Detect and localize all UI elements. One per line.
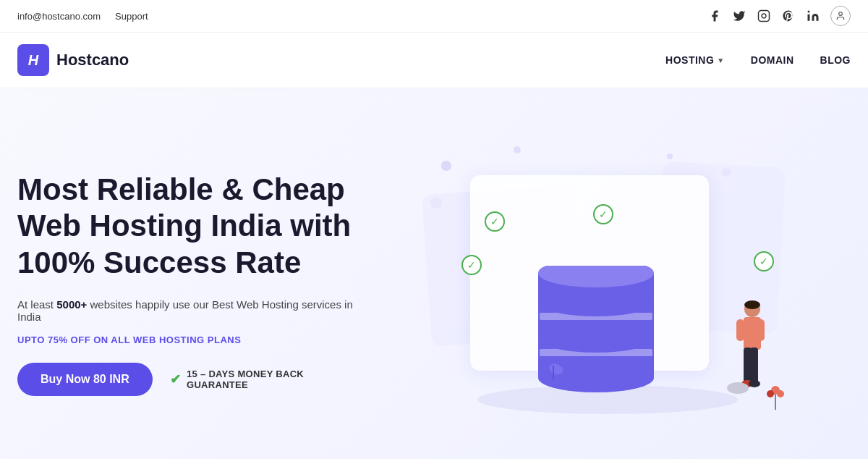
svg-point-3: [839, 12, 843, 16]
chevron-down-icon: ▼: [717, 56, 724, 64]
dot-decoration: [441, 161, 451, 171]
pinterest-icon[interactable]: [781, 9, 796, 23]
guarantee-badge: ✔ 15 – DAYS MONEY BACK GUARANTEE: [170, 369, 365, 390]
buy-now-button[interactable]: Buy Now 80 INR: [17, 363, 153, 396]
svg-point-2: [808, 11, 810, 13]
flower-decoration: [763, 384, 788, 414]
nav-blog[interactable]: BLOG: [820, 54, 851, 66]
nav-hosting[interactable]: HOSTING ▼: [665, 54, 725, 66]
subtitle-pre: At least: [17, 298, 56, 311]
twitter-icon[interactable]: [732, 9, 746, 23]
svg-point-19: [744, 300, 760, 309]
user-account-icon[interactable]: [830, 6, 851, 26]
hero-offer-link[interactable]: UPTO 75% OFF ON ALL WEB HOSTING PLANS: [17, 334, 365, 345]
subtitle-bold: 5000+: [56, 298, 87, 311]
svg-rect-21: [736, 319, 744, 341]
hero-illustration: ✓ ✓ ✓ ✓: [365, 132, 851, 436]
topbar-email[interactable]: info@hostcano.com: [17, 11, 101, 22]
linkedin-icon[interactable]: [806, 9, 820, 23]
facebook-icon[interactable]: [707, 9, 722, 23]
svg-rect-22: [757, 319, 765, 341]
svg-point-30: [777, 390, 784, 397]
checkmark-icon: ✔: [170, 371, 181, 387]
topbar-right: [707, 6, 851, 26]
topbar: info@hostcano.com Support: [0, 0, 868, 33]
logo-icon: H: [17, 44, 49, 76]
svg-point-29: [767, 390, 774, 397]
guarantee-text: 15 – DAYS MONEY BACK GUARANTEE: [187, 369, 365, 390]
checkmark-circle-4: ✓: [754, 251, 774, 271]
illustration-container: ✓ ✓ ✓ ✓: [427, 139, 788, 429]
svg-rect-0: [759, 11, 770, 22]
logo[interactable]: H Hostcano: [17, 44, 129, 76]
dot-decoration: [514, 146, 521, 153]
svg-point-26: [749, 380, 760, 387]
nav-domain[interactable]: DOMAIN: [751, 54, 794, 66]
header: H Hostcano HOSTING ▼ DOMAIN BLOG: [0, 33, 868, 88]
hero-actions: Buy Now 80 INR ✔ 15 – DAYS MONEY BACK GU…: [17, 363, 365, 396]
dot-decoration: [667, 153, 673, 159]
topbar-support[interactable]: Support: [115, 11, 148, 22]
checkmark-circle-1: ✓: [485, 211, 505, 232]
plant-decoration: [539, 351, 568, 389]
svg-rect-24: [750, 348, 758, 384]
main-nav: HOSTING ▼ DOMAIN BLOG: [665, 54, 851, 66]
hero-title: Most Reliable & Cheap Web Hosting India …: [17, 172, 365, 281]
rock-decoration: [727, 382, 749, 394]
checkmark-circle-3: ✓: [461, 255, 482, 275]
hero-subtitle: At least 5000+ websites happily use our …: [17, 298, 365, 323]
hero-left: Most Reliable & Cheap Web Hosting India …: [17, 172, 365, 396]
logo-letter: H: [28, 52, 38, 69]
instagram-icon[interactable]: [757, 9, 771, 23]
checkmark-circle-2: ✓: [593, 204, 613, 224]
logo-text: Hostcano: [56, 51, 129, 70]
hero-section: Most Reliable & Cheap Web Hosting India …: [0, 88, 868, 459]
topbar-left: info@hostcano.com Support: [17, 11, 148, 22]
